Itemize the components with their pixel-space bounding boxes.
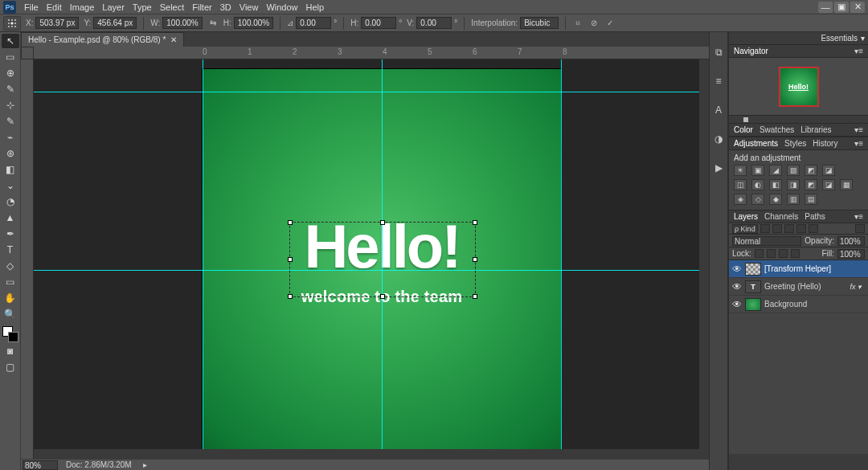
adj-curves-icon[interactable]: ◢ [769,165,782,176]
menu-3d[interactable]: 3D [220,2,231,12]
filter-type-icon[interactable] [784,224,794,233]
character-panel-icon[interactable]: A [711,103,726,117]
adj-threshold-icon[interactable]: ◈ [734,194,747,205]
quick-mask-icon[interactable]: ◙ [2,344,19,358]
tab-paths[interactable]: Paths [805,212,825,221]
filter-smart-icon[interactable] [809,224,818,233]
guide-horizontal[interactable] [34,270,709,271]
guide-horizontal[interactable] [34,92,709,92]
background-swatch[interactable] [8,332,18,342]
healing-brush-tool[interactable]: ⌁ [2,130,19,145]
playback-icon[interactable]: ▸ [143,460,147,469]
scrollbar-vertical[interactable] [699,59,709,449]
tab-libraries[interactable]: Libraries [800,125,831,134]
canvas-viewport[interactable]: Hello! welcome to the team [34,59,709,459]
scrollbar-horizontal[interactable] [34,449,709,459]
history-brush-tool[interactable]: ⌄ [2,178,19,193]
marquee-tool[interactable]: ▭ [2,50,19,64]
guide-vertical[interactable] [561,59,562,459]
cancel-transform-icon[interactable]: ⊘ [588,18,600,29]
menu-view[interactable]: View [240,2,259,12]
adj-gradientmap-icon[interactable]: ◇ [751,194,764,205]
adj-vibrance-icon[interactable]: ◩ [805,165,817,176]
adj-channelmixer-icon[interactable]: ◨ [787,179,800,190]
tab-swatches[interactable]: Swatches [760,125,794,134]
history-panel-icon[interactable]: ⧉ [711,45,726,59]
type-tool[interactable]: T [2,243,19,257]
tab-color[interactable]: Color [734,125,753,134]
menu-select[interactable]: Select [160,2,185,12]
pen-tool[interactable]: ✒ [2,227,19,241]
panel-menu-icon[interactable]: ▾≡ [854,125,863,134]
field-interpolation[interactable]: Bicubic [520,17,559,29]
layer-row[interactable]: 👁TGreeting (Hello)fx ▾ [729,278,868,296]
adj-photofilter-icon[interactable]: ◧ [769,179,782,190]
warp-mode-icon[interactable]: ⌗ [572,18,583,29]
tab-adjustments[interactable]: Adjustments [734,139,778,148]
magic-wand-tool[interactable]: ✎ [2,82,19,96]
workspace-switcher[interactable]: Essentials▾ [729,32,868,45]
lasso-tool[interactable]: ⊕ [2,66,19,80]
adj-extra1-icon[interactable]: ▥ [787,194,800,205]
document-tab-close-icon[interactable]: ✕ [170,35,177,44]
minimize-button[interactable]: — [818,2,833,13]
field-y[interactable]: 456.64 px [93,17,137,29]
panel-menu-icon[interactable]: ▾≡ [854,47,863,55]
menu-image[interactable]: Image [70,2,95,12]
field-w[interactable]: 100.00% [162,17,202,29]
field-h[interactable]: 100.00% [234,17,273,29]
field-skew-h[interactable]: 0.00 [361,17,396,29]
zoom-tool[interactable]: 🔍 [2,307,19,321]
tab-navigator[interactable]: Navigator [734,47,768,55]
commit-transform-icon[interactable]: ✓ [604,18,616,29]
eyedropper-tool[interactable]: ✎ [2,114,19,129]
navigator-thumbnail[interactable]: Hello! [779,67,819,107]
adj-levels-icon[interactable]: ▣ [751,165,764,176]
tab-channels[interactable]: Channels [764,212,798,221]
document-tab[interactable]: Hello - Example.psd @ 80% (RGB/8) * ✕ [21,32,184,47]
crop-tool[interactable]: ⊹ [2,98,19,112]
menu-window[interactable]: Window [266,2,297,12]
adj-extra2-icon[interactable]: ▤ [805,194,817,205]
lock-transparency-icon[interactable] [755,249,764,258]
hand-tool[interactable]: ✋ [2,291,19,305]
adj-invert-icon[interactable]: ◪ [822,179,835,190]
lock-pixels-icon[interactable] [767,249,776,258]
visibility-eye-icon[interactable]: 👁 [732,299,742,310]
navigator-zoom-slider[interactable] [729,116,868,124]
menu-file[interactable]: File [24,2,39,12]
menu-type[interactable]: Type [133,2,152,12]
visibility-eye-icon[interactable]: 👁 [732,264,742,275]
menu-edit[interactable]: Edit [47,2,62,12]
lock-all-icon[interactable] [791,249,800,258]
panel-menu-icon[interactable]: ▾≡ [854,139,863,148]
move-tool[interactable]: ↖ [2,34,19,48]
ruler-horizontal[interactable]: 0 1 2 3 4 5 6 7 8 [34,47,709,59]
transform-ref-point-icon[interactable] [3,16,21,31]
ruler-origin[interactable] [21,47,34,59]
close-button[interactable]: ✕ [850,2,865,13]
adj-colorlookup-icon[interactable]: ◩ [805,179,817,190]
path-select-tool[interactable]: ◇ [2,259,19,273]
color-swatches[interactable] [2,326,18,342]
layer-filter-kind[interactable]: ρ Kind [732,224,758,234]
gradient-tool[interactable]: ▲ [2,210,19,225]
menu-filter[interactable]: Filter [192,2,211,12]
clone-stamp-tool[interactable]: ◧ [2,162,19,177]
zoom-field[interactable]: 80% [23,460,58,470]
tab-layers[interactable]: Layers [734,212,758,221]
screen-mode-icon[interactable]: ▢ [2,360,19,374]
tab-history[interactable]: History [813,139,837,148]
blend-mode-dropdown[interactable]: Normal [732,236,801,246]
visibility-eye-icon[interactable]: 👁 [732,281,742,292]
adj-hue-icon[interactable]: ◪ [822,165,835,176]
menu-layer[interactable]: Layer [102,2,125,12]
adj-posterize-icon[interactable]: ▦ [840,179,853,190]
opacity-field[interactable]: 100% [837,236,865,246]
tab-styles[interactable]: Styles [784,139,806,148]
properties-panel-icon[interactable]: ≡ [711,74,726,88]
filter-adjustment-icon[interactable] [772,224,782,233]
adj-bw-icon[interactable]: ◐ [751,179,764,190]
field-x[interactable]: 503.97 px [35,17,79,29]
restore-button[interactable]: ▣ [834,2,849,13]
